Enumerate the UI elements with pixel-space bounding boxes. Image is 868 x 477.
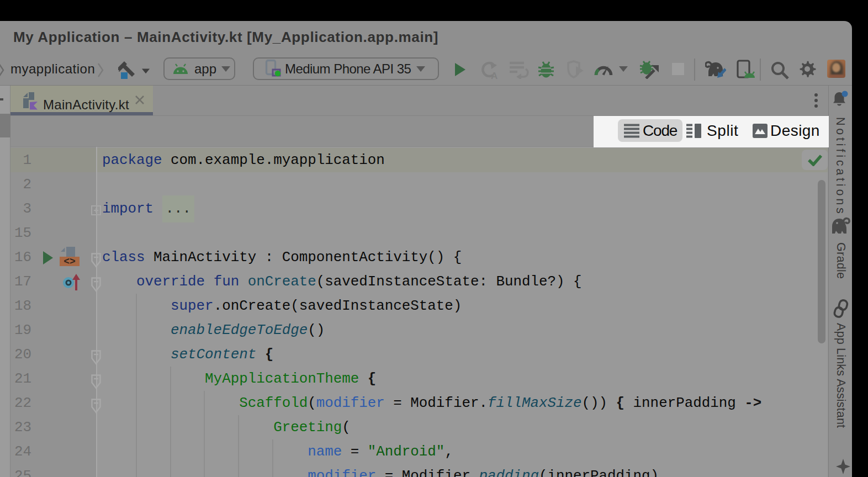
svg-text:<>: <> <box>63 256 76 267</box>
svg-text:A: A <box>491 71 497 80</box>
